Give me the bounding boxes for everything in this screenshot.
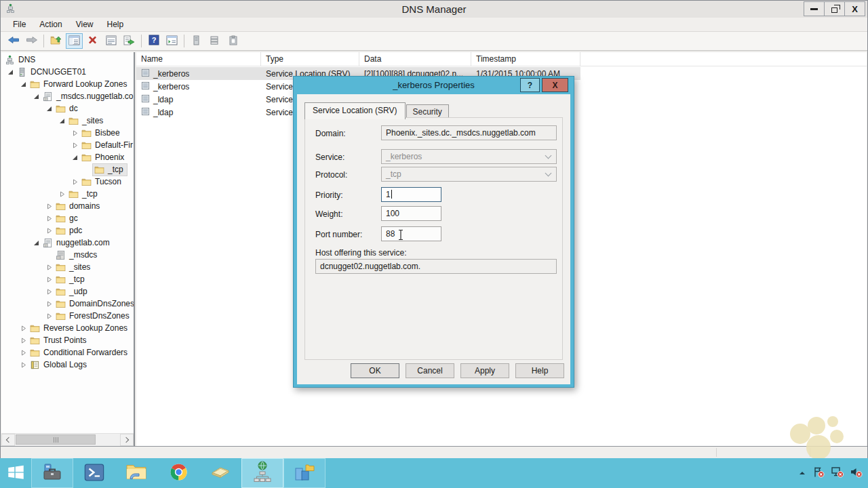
tree-item-dc[interactable]: dc — [45, 102, 82, 115]
tree-item-gc[interactable]: gc — [45, 212, 82, 224]
tray-volume[interactable] — [850, 466, 863, 480]
tree-expanded-arrow-icon[interactable] — [19, 81, 28, 87]
close-button[interactable]: X — [844, 1, 865, 16]
toolbar-properties-button[interactable] — [102, 33, 119, 49]
ok-button[interactable]: OK — [351, 363, 399, 378]
column-header-data[interactable]: Data — [359, 52, 471, 66]
tree-item-reverse-lookup-zones[interactable]: Reverse Lookup Zones — [19, 322, 132, 334]
tree-collapsed-arrow-icon[interactable] — [71, 179, 79, 185]
scroll-right-button[interactable] — [120, 434, 134, 446]
tree-item-trust-points[interactable]: Trust Points — [19, 334, 91, 346]
tree-collapsed-arrow-icon[interactable] — [19, 338, 28, 344]
tree-collapsed-arrow-icon[interactable] — [45, 216, 54, 222]
column-header-type[interactable]: Type — [261, 52, 359, 66]
minimize-button[interactable] — [804, 1, 825, 16]
tree-item-tcp[interactable]: _tcp — [83, 163, 127, 176]
port-field[interactable]: 88 — [381, 226, 441, 241]
tree-collapsed-arrow-icon[interactable] — [19, 325, 28, 331]
tray-show-hidden-icons[interactable] — [798, 468, 806, 478]
tree-collapsed-arrow-icon[interactable] — [45, 301, 54, 307]
tab-service-location[interactable]: Service Location (SRV) — [304, 102, 406, 119]
tree-item-default-fir[interactable]: Default-Fir — [71, 139, 134, 151]
tree-horizontal-scrollbar[interactable] — [1, 433, 134, 446]
taskbar-server-manager-button[interactable] — [31, 458, 73, 488]
tree-collapsed-arrow-icon[interactable] — [58, 191, 66, 197]
tree-collapsed-arrow-icon[interactable] — [19, 362, 28, 368]
tree-expanded-arrow-icon[interactable] — [71, 155, 79, 161]
tree-item-dns[interactable]: DNS — [3, 54, 39, 66]
tree-item-bisbee[interactable]: Bisbee — [71, 127, 124, 139]
tree-item-conditional-forwarders[interactable]: Conditional Forwarders — [19, 346, 132, 359]
scroll-left-button[interactable] — [1, 434, 15, 446]
taskbar-directory-tool-button[interactable] — [283, 458, 326, 488]
toolbar-show-console-tree-button[interactable] — [66, 33, 83, 49]
tree-item-msdcs-nuggetlab-co[interactable]: _msdcs.nuggetlab.co — [32, 90, 134, 102]
tree-item-sites[interactable]: _sites — [58, 115, 107, 127]
column-header-name[interactable]: Name — [136, 52, 261, 66]
tree-collapsed-arrow-icon[interactable] — [45, 228, 54, 234]
toolbar-forward-button[interactable] — [23, 33, 40, 49]
tree-item-msdcs[interactable]: _msdcs — [45, 249, 101, 261]
taskbar-start-button[interactable] — [0, 458, 31, 488]
tree-item-domains[interactable]: domains — [45, 200, 104, 212]
tree-item-domaindnszones[interactable]: DomainDnsZones — [45, 298, 134, 310]
toolbar-record-list-button[interactable] — [206, 33, 223, 49]
tree-item-tcp[interactable]: _tcp — [58, 188, 102, 200]
tree-item-forestdnszones[interactable]: ForestDnsZones — [45, 310, 134, 322]
cancel-button[interactable]: Cancel — [406, 363, 454, 378]
menu-help[interactable]: Help — [100, 20, 131, 29]
tray-action-center[interactable] — [812, 466, 825, 480]
tree-collapsed-arrow-icon[interactable] — [45, 277, 54, 283]
service-dropdown[interactable]: _kerberos — [381, 149, 557, 164]
taskbar-library-button[interactable] — [199, 458, 241, 488]
menu-file[interactable]: File — [6, 20, 33, 29]
tree-collapsed-arrow-icon[interactable] — [45, 289, 54, 295]
taskbar-powershell-button[interactable] — [73, 458, 115, 488]
toolbar-back-button[interactable] — [5, 33, 22, 49]
dialog-help-button[interactable]: ? — [520, 78, 540, 92]
menu-action[interactable]: Action — [33, 20, 68, 29]
tree-expanded-arrow-icon[interactable] — [45, 106, 54, 112]
tree-collapsed-arrow-icon[interactable] — [45, 264, 54, 270]
title-bar[interactable]: DNS Manager X — [1, 1, 867, 18]
scrollbar-track[interactable] — [15, 434, 120, 446]
tree-item-nuggetlab-com[interactable]: nuggetlab.com — [32, 237, 114, 249]
tree-item-pdc[interactable]: pdc — [45, 224, 86, 237]
scrollbar-thumb[interactable] — [16, 434, 96, 445]
tree-item-forward-lookup-zones[interactable]: Forward Lookup Zones — [19, 78, 131, 90]
host-field[interactable]: dcnugget02.nuggetlab.com. — [315, 259, 557, 274]
tree-item-tucson[interactable]: Tucson — [71, 176, 125, 188]
tree-item-udp[interactable]: _udp — [45, 285, 92, 298]
toolbar-paste-button[interactable] — [224, 33, 241, 49]
tray-network[interactable] — [831, 466, 844, 480]
tree-expanded-arrow-icon[interactable] — [32, 94, 41, 100]
toolbar-delete-button[interactable] — [84, 33, 101, 49]
taskbar-chrome-button[interactable] — [157, 458, 199, 488]
tree-item-sites[interactable]: _sites — [45, 261, 94, 273]
toolbar-help-button[interactable]: ? — [145, 33, 162, 49]
priority-field[interactable]: 1 — [381, 187, 441, 202]
restore-button[interactable] — [824, 1, 845, 16]
tree-collapsed-arrow-icon[interactable] — [19, 350, 28, 356]
menu-view[interactable]: View — [69, 20, 100, 29]
taskbar-dns-manager-button[interactable] — [241, 458, 283, 488]
toolbar-new-window-button[interactable] — [163, 33, 180, 49]
tree-collapsed-arrow-icon[interactable] — [45, 203, 54, 209]
tree-item-global-logs[interactable]: Global Logs — [19, 359, 91, 371]
toolbar-up-one-level-button[interactable] — [47, 33, 64, 49]
tree-expanded-arrow-icon[interactable] — [32, 240, 41, 246]
toolbar-new-record-button[interactable] — [188, 33, 205, 49]
tree-item-tcp[interactable]: _tcp — [45, 273, 89, 285]
tree-collapsed-arrow-icon[interactable] — [71, 142, 79, 148]
tree-item-dcnugget01[interactable]: DCNUGGET01 — [6, 66, 90, 78]
help-button[interactable]: Help — [515, 363, 564, 378]
apply-button[interactable]: Apply — [460, 363, 509, 378]
column-header-timestamp[interactable]: Timestamp — [471, 52, 580, 66]
tree-collapsed-arrow-icon[interactable] — [71, 130, 79, 136]
tree-expanded-arrow-icon[interactable] — [6, 69, 15, 75]
taskbar-file-explorer-button[interactable] — [115, 458, 157, 488]
toolbar-export-list-button[interactable] — [121, 33, 138, 49]
domain-field[interactable]: Phoenix._sites.dc._msdcs.nuggetlab.com — [381, 125, 557, 140]
tree-expanded-arrow-icon[interactable] — [58, 118, 66, 124]
weight-field[interactable]: 100 — [381, 206, 441, 221]
